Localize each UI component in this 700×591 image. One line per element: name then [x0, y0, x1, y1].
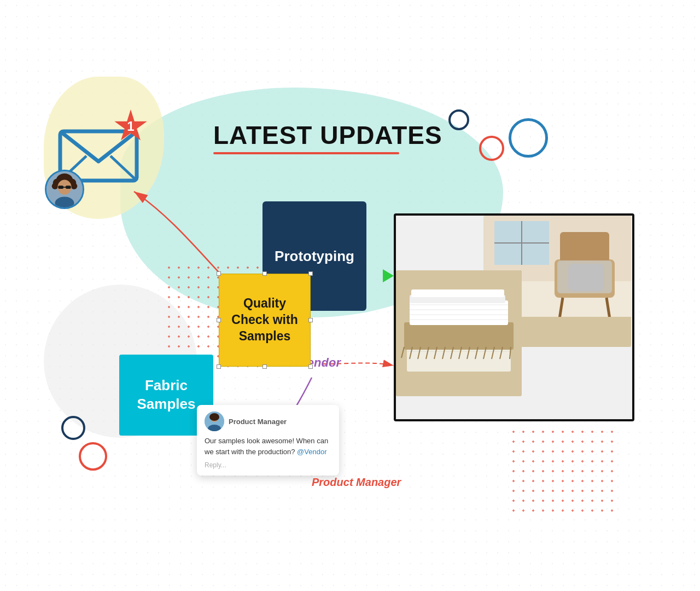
- circle-red-sm: [479, 136, 504, 161]
- selection-handle-tm: [262, 271, 267, 276]
- agency-arrow-icon: [383, 269, 394, 282]
- selection-handle-ml: [217, 318, 221, 322]
- page-title: LATEST UPDATES: [213, 120, 442, 150]
- quality-check-label: Quality Check with Samples: [219, 291, 310, 349]
- svg-point-8: [71, 183, 78, 189]
- svg-rect-10: [58, 186, 63, 189]
- selection-handle-tr: [308, 271, 313, 276]
- svg-rect-32: [404, 322, 514, 350]
- circle-red-bl: [79, 442, 107, 471]
- selection-handle-mr: [308, 318, 313, 322]
- avatar: [45, 170, 84, 209]
- notification-count: 1: [127, 119, 134, 134]
- svg-rect-47: [410, 300, 508, 325]
- svg-rect-49: [411, 289, 504, 297]
- circle-blue-lg: [509, 118, 548, 158]
- circle-dark-blue-bl: [61, 416, 85, 440]
- svg-rect-30: [407, 347, 511, 372]
- selection-handle-tl: [217, 271, 221, 276]
- image-frame: [394, 213, 634, 421]
- svg-rect-28: [568, 264, 604, 291]
- quality-check-card[interactable]: Quality Check with Samples: [219, 274, 311, 367]
- prototyping-label: Prototyping: [269, 242, 360, 270]
- selection-handle-br: [308, 364, 313, 369]
- latest-updates-header: LATEST UPDATES: [213, 120, 442, 154]
- canvas: LATEST UPDATES 1: [0, 0, 700, 591]
- comment-text: Our samples look awesome! When can we st…: [205, 436, 331, 457]
- comment-mention: @Vendor: [297, 448, 326, 456]
- comment-author: Product Manager: [229, 418, 287, 426]
- product-manager-text: Product Manager: [312, 476, 401, 488]
- svg-point-57: [209, 413, 219, 421]
- selection-handle-bl: [217, 364, 221, 369]
- title-underline: [213, 152, 399, 154]
- comment-avatar: [205, 412, 224, 431]
- product-manager-label: Product Manager: [312, 476, 401, 489]
- comment-reply-input[interactable]: Reply...: [205, 461, 331, 469]
- images-container: [394, 213, 645, 443]
- comment-card[interactable]: Product Manager Our samples look awesome…: [197, 405, 339, 476]
- circle-dark-blue-sm: [448, 109, 469, 130]
- svg-point-7: [52, 183, 59, 189]
- svg-rect-11: [66, 186, 71, 189]
- selection-handle-bm: [262, 364, 267, 369]
- svg-line-2: [110, 156, 137, 181]
- comment-header: Product Manager: [205, 412, 331, 431]
- fabric-photo: [396, 270, 522, 396]
